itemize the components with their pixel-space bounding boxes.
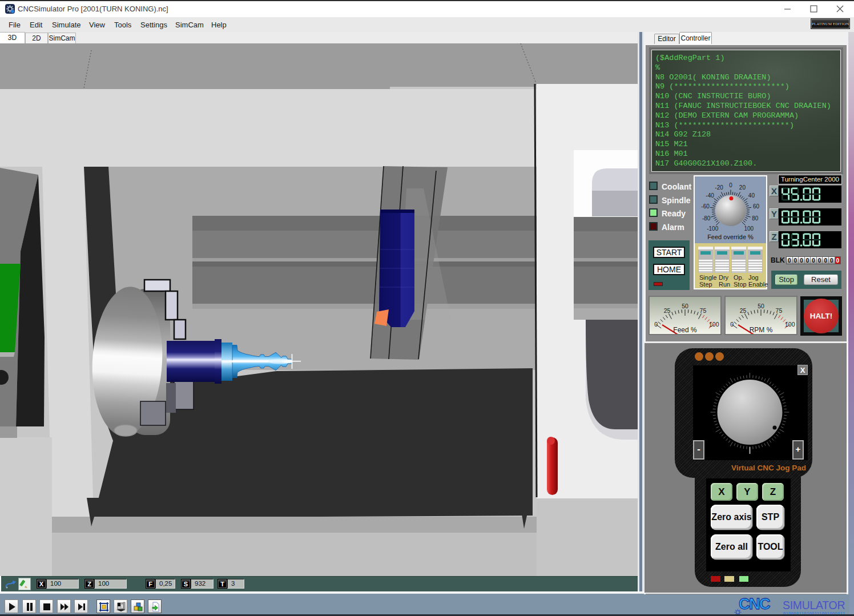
svg-text:50: 50: [682, 303, 688, 309]
svg-text:RPM %: RPM %: [750, 326, 773, 334]
svg-text:75: 75: [776, 307, 783, 314]
svg-text:100: 100: [709, 321, 719, 328]
svg-text:0: 0: [730, 321, 734, 328]
svg-text:-40: -40: [706, 192, 714, 199]
svg-text:40: 40: [748, 192, 755, 199]
svg-text:-60: -60: [701, 203, 710, 210]
svg-text:100: 100: [785, 321, 795, 328]
svg-text:-20: -20: [715, 184, 723, 191]
svg-text:0: 0: [729, 182, 732, 188]
svg-text:80: 80: [752, 215, 759, 222]
svg-text:20: 20: [739, 184, 746, 191]
svg-text:-100: -100: [707, 226, 718, 232]
svg-text:-80: -80: [702, 215, 711, 222]
svg-text:100: 100: [744, 226, 754, 232]
svg-text:0: 0: [654, 321, 658, 328]
svg-text:25: 25: [664, 307, 671, 314]
svg-text:50: 50: [758, 303, 764, 309]
svg-text:Feed %: Feed %: [673, 326, 697, 334]
svg-text:75: 75: [700, 307, 707, 314]
svg-text:60: 60: [753, 203, 760, 210]
svg-text:25: 25: [740, 307, 747, 314]
